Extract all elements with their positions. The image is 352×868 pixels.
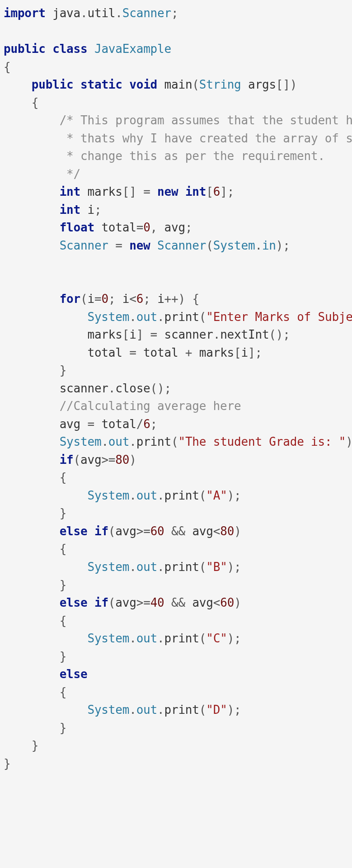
code-token-pun: }: [60, 650, 66, 663]
code-token-pun: {: [32, 96, 38, 109]
code-token-pun: =: [94, 292, 101, 306]
code-token-kw: void: [129, 78, 157, 91]
code-token-fn: print: [164, 310, 199, 324]
code-token-pun: .: [129, 560, 136, 574]
code-token-kw: public: [4, 42, 46, 56]
code-token-typ: out: [136, 560, 157, 574]
code-token-num: 6: [136, 292, 143, 306]
code-token-pun: (: [199, 489, 206, 502]
code-token-pun: {: [60, 542, 66, 556]
code-token-pun: ];: [248, 346, 262, 359]
code-token-kw: int: [185, 185, 206, 198]
code-token-pun: );: [346, 435, 352, 448]
code-token-fn: i: [122, 292, 129, 306]
code-token-pun: .: [129, 435, 136, 448]
code-token-pun: ): [129, 453, 136, 467]
code-token-pun: .: [157, 489, 164, 502]
code-token-pun: ;: [94, 203, 101, 217]
code-token-pun: .: [213, 328, 220, 341]
code-token-pun: /: [136, 417, 143, 431]
code-token-kw: else: [60, 524, 88, 538]
code-token-cmt: * thats why I have created the array of …: [60, 132, 352, 145]
code-token-pun: {: [60, 471, 66, 484]
code-token-pun: ();: [269, 328, 290, 341]
code-token-fn: i: [87, 292, 94, 306]
code-token-pun: ;: [150, 417, 157, 431]
code-token-pun: );: [227, 632, 241, 645]
code-token-typ: in: [262, 239, 276, 252]
code-token-pun: .: [129, 310, 136, 324]
code-token-typ: Scanner: [157, 239, 206, 252]
code-token-fn: total: [101, 417, 136, 431]
code-token-pun: .: [129, 632, 136, 645]
code-token-kw: new: [157, 185, 178, 198]
code-token-fn: print: [164, 632, 199, 645]
code-token-pun: .: [157, 310, 164, 324]
code-token-kw: new: [129, 239, 150, 252]
code-token-kw: int: [60, 185, 80, 198]
code-token-pun: <: [129, 292, 136, 306]
code-token-pun: {: [60, 614, 66, 627]
code-token-typ: System: [87, 560, 129, 574]
code-token-num: 0: [143, 221, 150, 234]
code-token-fn: total: [101, 221, 136, 234]
code-token-pun: );: [227, 560, 241, 574]
code-token-kw: int: [60, 203, 80, 217]
code-token-pun: {: [60, 685, 66, 699]
code-token-fn: avg: [80, 453, 101, 467]
code-token-fn: print: [136, 435, 171, 448]
code-token-pun: (: [199, 703, 206, 717]
code-token-typ: System: [87, 703, 129, 717]
code-token-fn: args: [248, 78, 276, 91]
code-token-typ: Scanner: [60, 239, 108, 252]
code-token-num: 0: [101, 292, 108, 306]
code-token-typ: out: [136, 489, 157, 502]
code-token-typ: out: [136, 632, 157, 645]
code-token-pun: =: [108, 239, 129, 252]
code-token-fn: java: [52, 6, 80, 20]
code-token-kw: static: [80, 78, 122, 91]
code-token-num: 80: [115, 453, 129, 467]
code-token-cmt: //Calculating average here: [60, 399, 241, 413]
code-token-num: 6: [143, 417, 150, 431]
code-token-pun: ): [234, 524, 241, 538]
code-token-pun: }: [60, 506, 66, 520]
code-token-pun: }: [60, 578, 66, 592]
code-token-str: "C": [206, 632, 227, 645]
code-token-fn: i: [241, 346, 248, 359]
code-token-pun: .: [157, 703, 164, 717]
code-token-fn: avg: [192, 524, 213, 538]
code-token-str: "D": [206, 703, 227, 717]
code-token-fn: avg: [60, 417, 80, 431]
code-token-cmt: * change this as per the requirement.: [60, 149, 325, 163]
code-token-fn: marks: [87, 185, 122, 198]
code-token-num: 60: [150, 524, 164, 538]
code-token-fn: print: [164, 560, 199, 574]
code-token-kw: float: [60, 221, 94, 234]
code-token-num: 80: [220, 524, 234, 538]
code-token-pun: }: [60, 721, 66, 735]
code-token-fn: total: [143, 346, 178, 359]
code-token-fn: scanner: [60, 382, 108, 395]
code-token-fn: util: [88, 6, 116, 20]
code-token-pun: &&: [164, 524, 192, 538]
code-token-typ: System: [87, 310, 129, 324]
code-token-num: 60: [220, 596, 234, 609]
code-token-pun: ++) {: [164, 292, 199, 306]
code-token-pun: }: [4, 757, 10, 770]
code-token-pun: ;: [171, 6, 178, 20]
code-token-str: "Enter Marks of Subject": [206, 310, 352, 324]
code-token-typ: System: [213, 239, 255, 252]
code-token-pun: }: [32, 739, 38, 752]
code-token-pun: {: [4, 60, 10, 74]
code-token-pun: &&: [164, 596, 192, 609]
code-token-kw: class: [52, 42, 87, 56]
code-token-str: "The student Grade is: ": [178, 435, 346, 448]
code-token-kw: else: [60, 596, 88, 609]
code-token-typ: out: [136, 310, 157, 324]
code-token-str: "B": [206, 560, 227, 574]
code-token-pun: .: [157, 632, 164, 645]
code-token-typ: System: [60, 435, 102, 448]
code-token-typ: System: [87, 489, 129, 502]
code-token-fn: scanner: [164, 328, 213, 341]
